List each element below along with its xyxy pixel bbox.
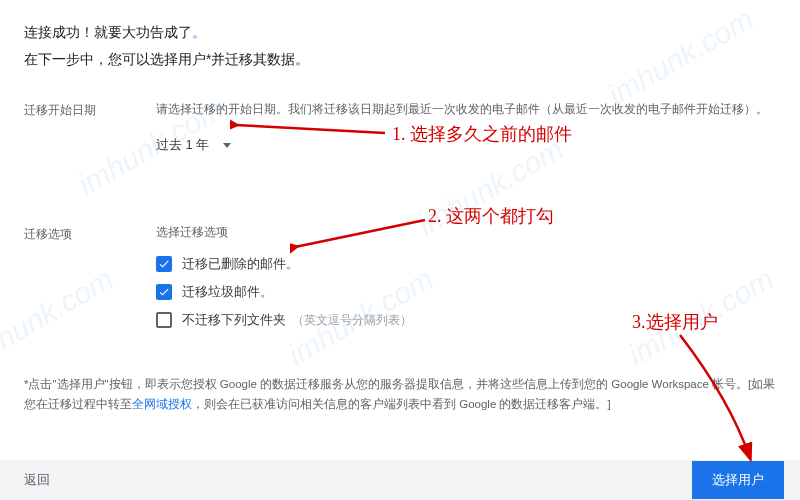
start-date-dropdown[interactable]: 过去 1 年 [156, 132, 231, 158]
footnote-link[interactable]: 全网域授权 [132, 398, 192, 410]
back-button[interactable]: 返回 [24, 471, 50, 489]
checkbox-row-deleted[interactable]: 迁移已删除的邮件。 [156, 255, 776, 273]
checkbox-icon [156, 284, 172, 300]
footer-bar: 返回 选择用户 [0, 460, 800, 500]
checkbox-label: 迁移已删除的邮件。 [182, 255, 299, 273]
checkbox-label: 迁移垃圾邮件。 [182, 283, 273, 301]
checkbox-icon [156, 256, 172, 272]
footnote-post: ，则会在已获准访问相关信息的客户端列表中看到 Google 的数据迁移客户端。] [192, 398, 611, 410]
page-subtitle: 在下一步中，您可以选择用户*并迁移其数据。 [24, 49, 776, 70]
options-title: 选择迁移选项 [156, 224, 776, 241]
exclude-hint: （英文逗号分隔列表） [292, 312, 412, 329]
options-label: 迁移选项 [24, 224, 156, 243]
chevron-down-icon [223, 143, 231, 148]
checkbox-row-spam[interactable]: 迁移垃圾邮件。 [156, 283, 776, 301]
title-dot: 。 [192, 24, 206, 40]
title-text: 连接成功！就要大功告成了 [24, 24, 192, 40]
checkbox-row-exclude[interactable]: 不迁移下列文件夹 （英文逗号分隔列表） [156, 311, 776, 329]
start-date-label: 迁移开始日期 [24, 100, 156, 119]
checkbox-icon [156, 312, 172, 328]
checkbox-label: 不迁移下列文件夹 [182, 311, 286, 329]
start-date-description: 请选择迁移的开始日期。我们将迁移该日期起到最近一次收发的电子邮件（从最近一次收发… [156, 100, 776, 118]
dropdown-value: 过去 1 年 [156, 136, 209, 154]
page-title: 连接成功！就要大功告成了。 [24, 22, 776, 43]
select-user-button[interactable]: 选择用户 [692, 461, 784, 499]
footnote: *点击"选择用户"按钮，即表示您授权 Google 的数据迁移服务从您的服务器提… [24, 375, 776, 414]
